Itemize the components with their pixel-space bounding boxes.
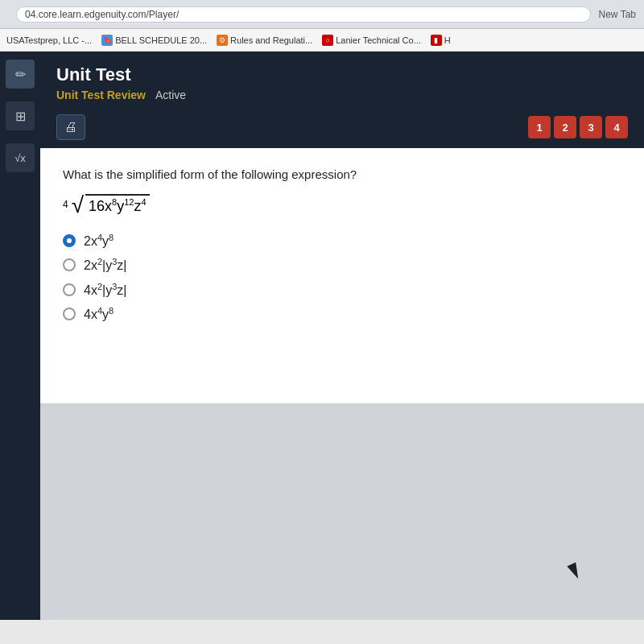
bottom-area [40,403,644,620]
sidebar-pencil-icon[interactable]: ✏ [6,60,35,89]
bookmark-bell-label: BELL SCHEDULE 20... [115,35,207,45]
radical-content: 16x8y12z4 [85,194,150,217]
bookmark-lanier-label: Lanier Technical Co... [336,35,421,45]
question-area: What is the simplified form of the follo… [40,148,644,403]
subtitle-row: Unit Test Review Active [56,89,628,101]
question-3-btn[interactable]: 3 [580,116,602,138]
lanier-icon: ○ [322,35,333,46]
print-icon: 🖨 [64,120,77,134]
choice-a-label: 2x4y8 [84,233,114,249]
rules-icon: ⚙ [217,35,228,46]
bookmark-h-label: H [444,35,451,45]
radio-b[interactable] [63,258,76,271]
bookmark-h[interactable]: ▮ H [431,35,451,46]
status-badge: Active [155,89,186,101]
choice-a[interactable]: 2x4y8 [63,233,621,249]
content-header: Unit Test Unit Test Review Active [40,52,644,109]
choice-d[interactable]: 4x4y8 [63,306,621,322]
radio-a[interactable] [63,234,76,247]
choice-c[interactable]: 4x2|y3z| [63,282,621,298]
radical-index: 4 [63,199,68,210]
bookmark-usatestprep[interactable]: USATestprep, LLC -... [6,35,92,45]
bookmark-lanier[interactable]: ○ Lanier Technical Co... [322,35,421,46]
main-area: Unit Test Unit Test Review Active 🖨 1 2 … [40,52,644,620]
radio-d[interactable] [63,308,76,320]
sidebar: ✏ ⊞ √x [0,52,40,620]
choice-d-label: 4x4y8 [84,306,114,322]
sidebar-calculator-icon[interactable]: ⊞ [6,101,35,130]
browser-top-bar: 04.core.learn.edgenuity.com/Player/ New … [0,0,644,29]
bell-icon: 🔖 [101,35,113,46]
question-1-btn[interactable]: 1 [528,116,551,138]
choice-b[interactable]: 2x2|y3z| [63,257,621,273]
choice-c-label: 4x2|y3z| [84,282,126,298]
question-2-btn[interactable]: 2 [554,116,576,138]
question-nav: 1 2 3 4 [528,116,628,138]
page-title: Unit Test [56,64,628,85]
radical-symbol: √ [72,194,84,217]
choice-b-label: 2x2|y3z| [84,257,126,273]
url-bar[interactable]: 04.core.learn.edgenuity.com/Player/ [16,6,591,23]
sidebar-formula-icon[interactable]: √x [6,143,35,172]
toolbar-row: 🖨 1 2 3 4 [40,109,644,148]
h-icon: ▮ [431,35,442,46]
math-expression: 4 √ 16x8y12z4 [63,194,621,217]
page-content: ✏ ⊞ √x Unit Test Unit Test Review Active… [0,52,644,620]
bookmark-usatestprep-label: USATestprep, LLC -... [6,35,92,45]
bookmarks-bar: USATestprep, LLC -... 🔖 BELL SCHEDULE 20… [0,29,644,52]
radio-c[interactable] [63,283,76,296]
question-4-btn[interactable]: 4 [605,116,628,138]
bookmark-rules-label: Rules and Regulati... [230,35,312,45]
print-button[interactable]: 🖨 [56,114,85,140]
new-tab-label: New Tab [599,9,636,20]
question-text: What is the simplified form of the follo… [63,167,621,181]
bookmark-bell[interactable]: 🔖 BELL SCHEDULE 20... [101,35,207,46]
answer-choices: 2x4y8 2x2|y3z| 4x2|y3z| [63,233,621,322]
unit-test-review-label: Unit Test Review [56,89,146,101]
bookmark-rules[interactable]: ⚙ Rules and Regulati... [217,35,312,46]
